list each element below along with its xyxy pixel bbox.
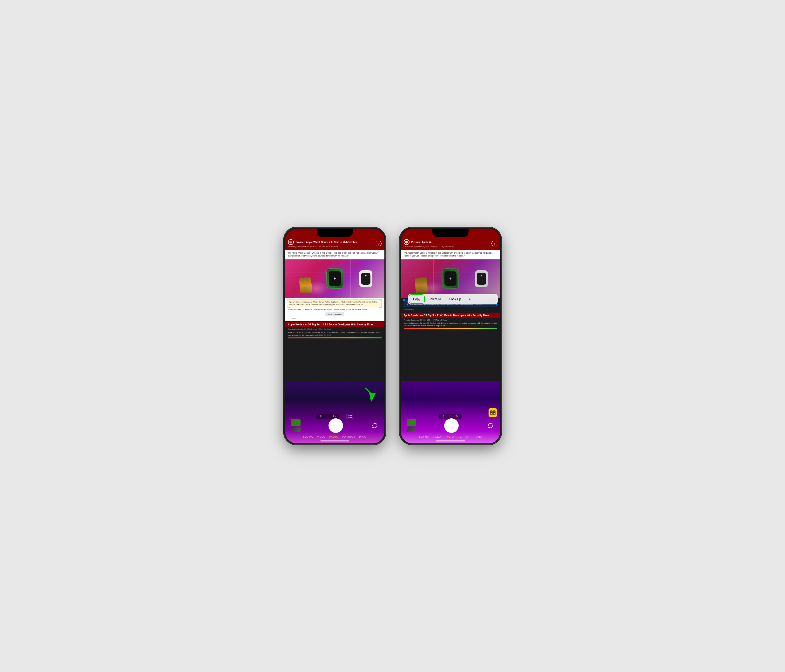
left-screen: Prosser: Apple Watch Series 7 to Ship in… (285, 229, 385, 443)
watch-image: ⌚ ⌚ (285, 259, 385, 298)
left-article-area: Prosser: Apple Watch Series 7 to Ship in… (285, 229, 385, 381)
left-camera-area: .5 1 2× (285, 381, 385, 443)
right-watch-image: ⌚ ⌚ (401, 259, 500, 298)
mode-video[interactable]: VIDEO (317, 435, 325, 438)
right-article1-body: The Apple Watch Series 7 will ship in mi… (401, 250, 500, 259)
right-article2-title: Apple Seeds macOS Big Sur 11.6.1 Beta to… (404, 314, 497, 317)
svg-marker-5 (377, 423, 377, 424)
right-screen: Prosser: Apple W... Thursday September 3… (401, 229, 500, 443)
article1-meta: Thursday September 30, 2021 3:31 pm PDT … (288, 246, 376, 248)
green-arrow (363, 386, 377, 406)
mode-slomo[interactable]: SLO-MO (303, 435, 313, 438)
right-phone: Prosser: Apple W... Thursday September 3… (400, 228, 501, 444)
look-up-button[interactable]: Look Up (446, 295, 465, 303)
shutter-inner (330, 419, 342, 432)
right-home-indicator (436, 440, 465, 441)
right-thumbnail-top[interactable] (407, 419, 416, 426)
comments-count: 86 comments (288, 317, 382, 320)
right-article2-meta: Thursday September 30, 2021 1:53 pm PDT … (404, 319, 497, 321)
right-zoom-2x[interactable]: 2× (455, 415, 459, 418)
svg-rect-2 (351, 415, 352, 416)
article1-intro: The Apple Watch Series 7 will ship in mi… (288, 252, 382, 257)
article2-title: Apple Seeds macOS Big Sur 11.6.1 Beta to… (288, 323, 382, 326)
live-text-icon[interactable] (489, 408, 497, 417)
more-button[interactable]: ▶ (465, 295, 473, 303)
svg-marker-6 (372, 427, 373, 428)
right-mode-pano[interactable]: PANO (475, 435, 482, 438)
svg-rect-10 (493, 413, 495, 415)
article1-title: Prosser: Apple Watch Series 7 to Ship in… (296, 241, 357, 244)
article1-body: The Apple Watch Series 7 will ship in mi… (285, 250, 385, 259)
shutter-button[interactable] (328, 418, 343, 433)
show-full-article-button[interactable]: Show Full Article (325, 312, 344, 316)
right-mode-photo[interactable]: PHOTO (445, 435, 454, 438)
svg-marker-14 (488, 427, 489, 428)
right-zoom-05[interactable]: .5 (442, 415, 444, 418)
thumbnail-bottom[interactable] (291, 427, 300, 432)
right-article2-body: Apple today seeded a macOS Big Sur 11.6.… (404, 322, 497, 327)
right-shutter-inner (445, 419, 458, 432)
svg-rect-4 (351, 417, 352, 418)
article2-header: Apple Seeds macOS Big Sur 11.6.1 Beta to… (285, 322, 385, 327)
right-article-area: Prosser: Apple W... Thursday September 3… (401, 229, 500, 381)
article2-meta: Thursday September 30, 2021 1:53 pm PDT … (288, 328, 382, 330)
zoom-05[interactable]: .5 (319, 415, 322, 418)
notch (317, 229, 353, 237)
mode-photo[interactable]: PHOTO (329, 435, 338, 438)
mode-portrait[interactable]: PORTRAIT (342, 435, 355, 438)
right-thumbnail-stack (407, 419, 416, 432)
phones-container: Prosser: Apple Watch Series 7 to Ship in… (284, 228, 501, 444)
svg-rect-3 (348, 417, 349, 418)
right-article1-selected-area: Copy Select All Look Up ▶ (401, 298, 500, 312)
svg-rect-9 (491, 413, 493, 415)
right-flip-camera-button[interactable] (486, 422, 494, 429)
left-phone: Prosser: Apple Watch Series 7 to Ship in… (284, 228, 385, 444)
copy-button[interactable]: Copy (409, 294, 425, 304)
zoom-1[interactable]: 1 (326, 415, 328, 418)
article1-body2: There has been no official word on when … (288, 308, 382, 311)
right-mode-video[interactable]: VIDEO (433, 435, 441, 438)
thumbnail-top[interactable] (291, 419, 300, 426)
thumbnail-stack (291, 419, 300, 432)
svg-marker-13 (492, 423, 493, 424)
right-comments: 86 comments (404, 309, 497, 311)
flip-camera-button[interactable] (371, 422, 378, 429)
svg-rect-1 (348, 415, 349, 416)
mode-pano[interactable]: PANO (359, 435, 366, 438)
progress-bar (288, 337, 382, 338)
selected-text: Apple introduced the Apple Watch Series … (289, 301, 380, 306)
context-menu: Copy Select All Look Up ▶ (408, 294, 498, 304)
right-mode-portrait[interactable]: PORTRAIT (458, 435, 471, 438)
right-notch (432, 229, 469, 237)
right-article2-header: Apple Seeds macOS Big Sur 11.6.1 Beta to… (401, 313, 500, 318)
right-mode-slomo[interactable]: SLO-MO (419, 435, 429, 438)
select-all-button[interactable]: Select All (425, 295, 446, 303)
right-thumbnail-bottom[interactable] (407, 427, 416, 432)
article2-body: Apple today seeded a macOS Big Sur 11.6.… (288, 331, 382, 336)
right-shutter-button[interactable] (444, 418, 459, 433)
right-article1-intro: The Apple Watch Series 7 will ship in mi… (404, 252, 497, 257)
home-indicator (320, 440, 349, 441)
right-article1-meta: Thursday September 30, 2021 3:31 pm PDT … (404, 246, 491, 248)
right-article1-title: Prosser: Apple W... (411, 241, 433, 244)
right-progress-bar (404, 328, 497, 329)
right-camera-area: .5 1 2× (401, 381, 500, 443)
right-zoom-1[interactable]: 1 (449, 415, 450, 418)
zoom-2x[interactable]: 2× (333, 415, 336, 418)
